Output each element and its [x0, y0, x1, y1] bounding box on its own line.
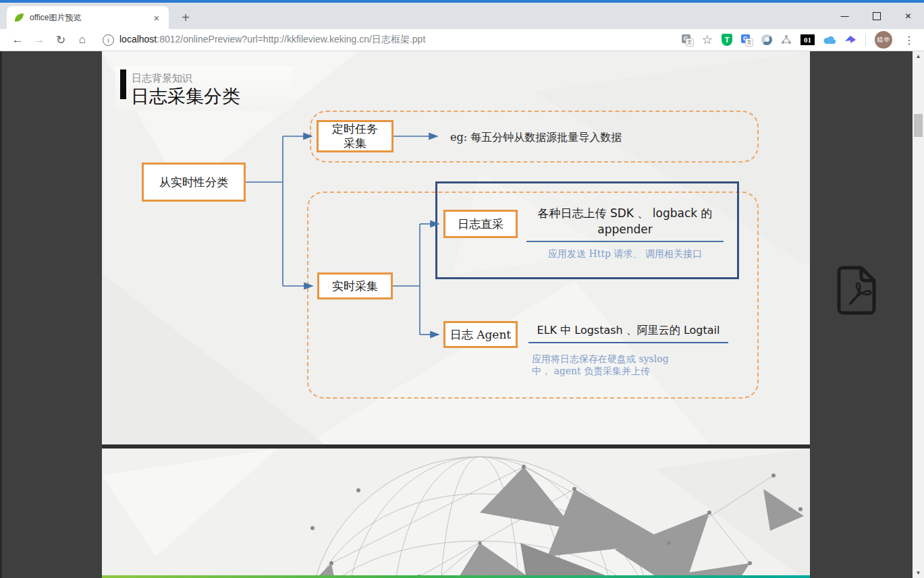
node-realtime-classification: 从实时性分类 [142, 163, 246, 202]
swallow-extension-icon[interactable] [844, 34, 857, 45]
tab-close-icon[interactable]: × [151, 13, 162, 23]
page-info-icon[interactable]: i [103, 34, 114, 46]
browser-toolbar: ← → ↻ ⌂ i localhost:8012/onlinePreview?u… [0, 29, 924, 51]
cloud-extension-icon[interactable] [823, 35, 836, 45]
agent-note: 应用将日志保存在硬盘或 syslog 中， agent 负责采集并上传 [532, 353, 738, 377]
node-log-agent: 日志 Agent [443, 321, 518, 348]
timed-example-text: eg: 每五分钟从数据源批量导入数据 [450, 131, 622, 145]
slide-2-cover [102, 449, 810, 578]
node-label: 采集 [344, 136, 366, 150]
agent-heading: ELK 中 Logstash 、阿里云的 Logtail [528, 324, 728, 343]
slide-subtitle: 日志背景知识 [132, 72, 192, 85]
browser-window: office图片预览 × + — ✕ ← → ↻ ⌂ i localhost:8… [0, 0, 924, 578]
pdf-download-icon[interactable] [832, 264, 879, 316]
note-line: 应用将日志保存在硬盘或 syslog [532, 353, 738, 365]
node-label: 实时采集 [332, 279, 378, 293]
page-scrollbar[interactable]: ▲ ▼ [913, 51, 924, 578]
maximize-button[interactable] [861, 3, 892, 29]
heading-line: appender [526, 221, 724, 237]
translate-page-icon[interactable]: G 文 [682, 34, 693, 46]
profile-avatar[interactable]: 精华 [875, 31, 892, 49]
slide2-globe-art [102, 449, 810, 578]
toolbar-separator [865, 33, 866, 47]
direct-collect-heading: 各种日志上传 SDK 、 logback 的 appender [526, 205, 724, 242]
tampermonkey-extension-icon[interactable]: T [722, 34, 732, 46]
slide-title: 日志采集分类 [131, 84, 240, 109]
node-direct-collect: 日志直采 [443, 210, 518, 238]
note-line: 中， agent 负责采集并上传 [532, 365, 738, 377]
slide-1-log-collection: 日志背景知识 日志采集分类 从实时性分类 [102, 51, 810, 444]
maximize-icon [873, 12, 881, 20]
scroll-down-icon[interactable]: ▼ [913, 568, 924, 578]
url-host: localhost [119, 34, 157, 45]
node-realtime-collect: 实时采集 [317, 272, 393, 299]
page-content: 日志背景知识 日志采集分类 从实时性分类 [0, 51, 924, 578]
home-button[interactable]: ⌂ [74, 31, 91, 49]
node-label: 定时任务 [332, 122, 378, 136]
browser-tab[interactable]: office图片预览 × [7, 6, 169, 29]
spring-leaf-favicon [13, 12, 24, 23]
node-label: 从实时性分类 [159, 175, 228, 190]
node-label: 日志直采 [458, 217, 504, 231]
network-extension-icon[interactable] [781, 34, 792, 45]
reload-button[interactable]: ↻ [52, 31, 70, 49]
content-left-edge [0, 51, 2, 578]
direct-collect-note: 应用发送 Http 请求、 调用相关接口 [516, 248, 734, 260]
tab-title: office图片预览 [30, 12, 151, 24]
new-tab-button[interactable]: + [177, 9, 194, 26]
node-timed-task-collect: 定时任务 采集 [317, 120, 393, 152]
tab-bar: office图片预览 × + — ✕ [0, 3, 924, 29]
slide2-green-accent [102, 575, 810, 578]
close-button[interactable]: ✕ [892, 3, 924, 29]
toolbar-right-icons: G 文 ☆ T G 文 01 精华 ⋮ [682, 31, 917, 49]
browser-menu-icon[interactable]: ⋮ [901, 34, 917, 47]
translate-extension-icon[interactable]: G 文 [741, 34, 753, 46]
scrollbar-thumb[interactable] [914, 114, 923, 137]
scroll-up-icon[interactable]: ▲ [913, 51, 924, 61]
title-accent-bar [120, 69, 126, 99]
minimize-button[interactable]: — [829, 3, 861, 29]
back-button[interactable]: ← [9, 31, 26, 49]
node-label: 日志 Agent [450, 328, 511, 342]
window-controls: — ✕ [829, 3, 924, 29]
address-bar[interactable]: localhost:8012/onlinePreview?url=http://… [119, 34, 676, 46]
bookmark-star-icon[interactable]: ☆ [702, 32, 713, 47]
heading-line: 各种日志上传 SDK 、 logback 的 [526, 205, 724, 221]
extension-badge-01[interactable]: 01 [800, 34, 815, 45]
url-path: :8012/onlinePreview?url=http://kkfilevie… [157, 34, 425, 45]
forward-button[interactable]: → [30, 31, 48, 49]
proxy-extension-icon[interactable] [761, 34, 772, 45]
